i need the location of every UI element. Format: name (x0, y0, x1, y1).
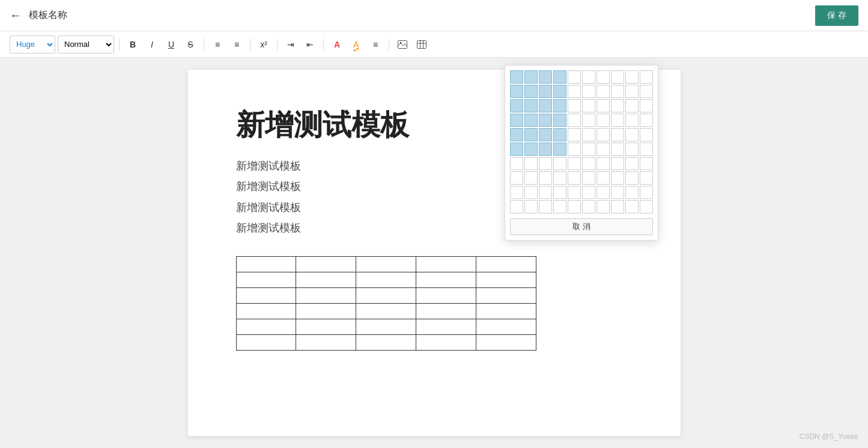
picker-cell[interactable] (596, 171, 610, 185)
picker-cell[interactable] (539, 171, 552, 185)
picker-cell[interactable] (640, 85, 653, 98)
strikethrough-button[interactable]: S (182, 36, 199, 53)
picker-cell[interactable] (553, 128, 566, 141)
picker-cell[interactable] (539, 200, 552, 213)
picker-cell[interactable] (596, 114, 610, 127)
picker-cell[interactable] (553, 99, 566, 112)
picker-cell[interactable] (568, 143, 581, 156)
picker-cell[interactable] (640, 200, 653, 213)
picker-cell[interactable] (640, 157, 653, 170)
picker-cell[interactable] (553, 200, 566, 213)
picker-cell[interactable] (553, 186, 566, 199)
picker-cell[interactable] (640, 186, 653, 199)
picker-cell[interactable] (596, 128, 610, 141)
picker-cell[interactable] (553, 114, 566, 127)
picker-cell[interactable] (553, 143, 566, 156)
picker-cell[interactable] (640, 171, 653, 185)
picker-cell[interactable] (625, 200, 639, 213)
picker-cell[interactable] (510, 70, 523, 84)
picker-cell[interactable] (510, 200, 523, 213)
picker-cell[interactable] (510, 114, 523, 127)
picker-cell[interactable] (510, 99, 523, 112)
picker-cell[interactable] (524, 143, 538, 156)
picker-cell[interactable] (510, 85, 523, 98)
picker-cell[interactable] (625, 85, 639, 98)
picker-cell[interactable] (553, 157, 566, 170)
align-button[interactable]: ≡ (367, 36, 384, 53)
picker-cell[interactable] (582, 171, 595, 185)
picker-cell[interactable] (582, 186, 595, 199)
bold-button[interactable]: B (124, 36, 141, 53)
picker-cell[interactable] (625, 186, 639, 199)
picker-cell[interactable] (596, 157, 610, 170)
picker-cell[interactable] (582, 143, 595, 156)
picker-cell[interactable] (596, 200, 610, 213)
picker-cell[interactable] (640, 114, 653, 127)
picker-cell[interactable] (568, 99, 581, 112)
picker-cell[interactable] (539, 114, 552, 127)
picker-cell[interactable] (524, 186, 538, 199)
picker-cell[interactable] (611, 85, 624, 98)
picker-cell[interactable] (539, 70, 552, 84)
picker-cell[interactable] (611, 70, 624, 84)
picker-cell[interactable] (596, 85, 610, 98)
picker-cell[interactable] (553, 70, 566, 84)
picker-cell[interactable] (625, 128, 639, 141)
picker-cell[interactable] (510, 143, 523, 156)
picker-cell[interactable] (582, 70, 595, 84)
picker-cell[interactable] (640, 99, 653, 112)
picker-cell[interactable] (539, 99, 552, 112)
picker-cell[interactable] (596, 99, 610, 112)
picker-cell[interactable] (553, 85, 566, 98)
save-button[interactable]: 保 存 (815, 5, 858, 26)
picker-cell[interactable] (539, 143, 552, 156)
picker-cell[interactable] (611, 171, 624, 185)
picker-cell[interactable] (582, 85, 595, 98)
picker-cell[interactable] (625, 157, 639, 170)
picker-cell[interactable] (510, 157, 523, 170)
picker-cell[interactable] (625, 171, 639, 185)
image-button[interactable] (394, 36, 411, 53)
picker-cell[interactable] (640, 128, 653, 141)
font-color-button[interactable]: A (329, 36, 345, 53)
picker-cell[interactable] (640, 143, 653, 156)
picker-cell[interactable] (611, 114, 624, 127)
picker-cell[interactable] (568, 200, 581, 213)
picker-cell[interactable] (611, 128, 624, 141)
picker-cell[interactable] (539, 186, 552, 199)
unordered-list-button[interactable]: ≡ (228, 36, 245, 53)
picker-cell[interactable] (568, 171, 581, 185)
picker-cell[interactable] (524, 70, 538, 84)
picker-cell[interactable] (625, 99, 639, 112)
picker-cell[interactable] (524, 128, 538, 141)
picker-cell[interactable] (568, 114, 581, 127)
picker-cell[interactable] (611, 143, 624, 156)
picker-cell[interactable] (582, 99, 595, 112)
picker-cell[interactable] (611, 200, 624, 213)
picker-cell[interactable] (568, 85, 581, 98)
picker-cell[interactable] (524, 99, 538, 112)
back-icon[interactable]: ← (10, 8, 22, 22)
picker-cell[interactable] (568, 186, 581, 199)
picker-cell[interactable] (524, 85, 538, 98)
picker-cell[interactable] (553, 171, 566, 185)
picker-cell[interactable] (539, 157, 552, 170)
picker-cell[interactable] (625, 70, 639, 84)
picker-cell[interactable] (611, 157, 624, 170)
picker-cell[interactable] (524, 171, 538, 185)
picker-cell[interactable] (596, 143, 610, 156)
picker-cell[interactable] (510, 171, 523, 185)
table-insert-button[interactable] (413, 36, 430, 53)
picker-cell[interactable] (510, 128, 523, 141)
underline-button[interactable]: U (163, 36, 180, 53)
ordered-list-button[interactable]: ≡ (209, 36, 226, 53)
picker-cell[interactable] (568, 128, 581, 141)
italic-button[interactable]: I (144, 36, 160, 53)
picker-cell[interactable] (611, 99, 624, 112)
editor-container[interactable]: 新增测试模板 新增测试模板 新增测试模板 新增测试模板 新增测试模板 (0, 58, 868, 448)
picker-cell[interactable] (568, 157, 581, 170)
picker-cell[interactable] (582, 200, 595, 213)
superscript-button[interactable]: x² (255, 36, 272, 53)
picker-cell[interactable] (640, 70, 653, 84)
picker-cell[interactable] (625, 114, 639, 127)
